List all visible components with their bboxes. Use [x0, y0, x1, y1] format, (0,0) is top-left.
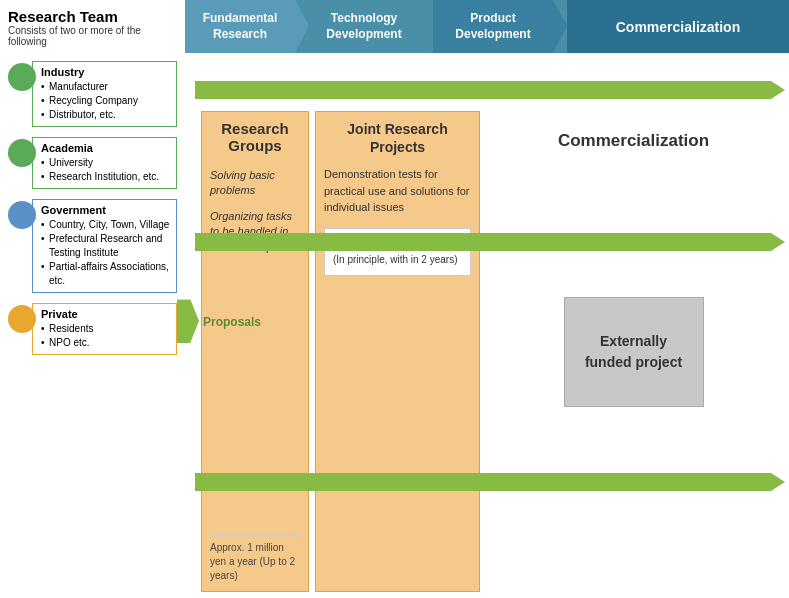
stage-technology: Technology Development: [309, 0, 419, 53]
government-title: Government: [41, 204, 172, 216]
fundamental-funding-divider: [210, 534, 300, 541]
fundamental-label: Fundamental Research: [203, 11, 278, 42]
academia-badge: [8, 139, 36, 167]
government-badge: [8, 201, 36, 229]
stage-commercialization: Commercialization: [567, 0, 789, 53]
private-box: Private Residents NPO etc.: [32, 303, 177, 355]
industry-title: Industry: [41, 66, 172, 78]
proposals-container: Proposals: [177, 299, 261, 343]
team-subtitle: Consists of two or more of the following: [8, 25, 181, 47]
academia-box: Academia University Research Institution…: [32, 137, 177, 189]
commercialization-header-label: Commercialization: [616, 19, 740, 35]
body-row: Industry Manufacturer Recycling Company …: [0, 53, 789, 598]
industry-item-2: Recycling Company: [41, 94, 172, 108]
government-item-3: Partial-affairs Associations, etc.: [41, 260, 172, 288]
private-group: Private Residents NPO etc.: [8, 303, 177, 355]
government-item-1: Country, City, Town, Village: [41, 218, 172, 232]
government-box: Government Country, City, Town, Village …: [32, 199, 177, 293]
stage-fundamental: Fundamental Research: [185, 0, 295, 53]
academia-item-1: University: [41, 156, 172, 170]
proposals-arrow-shape: [177, 299, 199, 343]
industry-box: Industry Manufacturer Recycling Company …: [32, 61, 177, 127]
private-badge: [8, 305, 36, 333]
industry-item-3: Distributor, etc.: [41, 108, 172, 122]
government-group: Government Country, City, Town, Village …: [8, 199, 177, 293]
team-title: Research Team: [8, 8, 181, 25]
stage-product: Product Development: [433, 0, 553, 53]
green-arrow-top: [195, 81, 771, 99]
header-stages: Fundamental Research Technology Developm…: [185, 0, 789, 53]
fundamental-column: Research Groups Solving basic problems O…: [201, 111, 309, 592]
externally-funded-box: Externally funded project: [564, 297, 704, 407]
technology-label: Technology Development: [326, 11, 401, 42]
columns-container: Research Groups Solving basic problems O…: [201, 59, 781, 592]
government-item-2: Prefectural Research and Testing Institu…: [41, 232, 172, 260]
commercialization-column: Commercialization Externally funded proj…: [486, 111, 781, 592]
solving-text: Solving basic problems: [210, 168, 300, 199]
green-arrow-bottom: [195, 473, 771, 491]
academia-group: Academia University Research Institution…: [8, 137, 177, 189]
green-arrow-mid: [195, 233, 771, 251]
industry-badge: [8, 63, 36, 91]
proposals-label: Proposals: [203, 314, 261, 328]
sidebar: Industry Manufacturer Recycling Company …: [0, 53, 185, 598]
header-left: Research Team Consists of two or more of…: [0, 0, 185, 53]
main-container: Research Team Consists of two or more of…: [0, 0, 789, 598]
industry-item-1: Manufacturer: [41, 80, 172, 94]
header-row: Research Team Consists of two or more of…: [0, 0, 789, 53]
joint-title: Joint Research Projects: [324, 120, 471, 156]
academia-item-2: Research Institution, etc.: [41, 170, 172, 184]
joint-description: Demonstration tests for practical use an…: [324, 166, 471, 216]
private-item-1: Residents: [41, 322, 172, 336]
product-label: Product Development: [455, 11, 530, 42]
commercialization-title: Commercialization: [558, 131, 709, 151]
industry-group: Industry Manufacturer Recycling Company …: [8, 61, 177, 127]
fundamental-funding-text: Approx. 1 million yen a year (Up to 2 ye…: [210, 541, 300, 583]
research-groups-title: Research Groups: [210, 120, 300, 154]
private-item-2: NPO etc.: [41, 336, 172, 350]
fundamental-funding-section: Approx. 1 million yen a year (Up to 2 ye…: [210, 534, 300, 583]
joint-column: Joint Research Projects Demonstration te…: [315, 111, 480, 592]
private-title: Private: [41, 308, 172, 320]
academia-title: Academia: [41, 142, 172, 154]
